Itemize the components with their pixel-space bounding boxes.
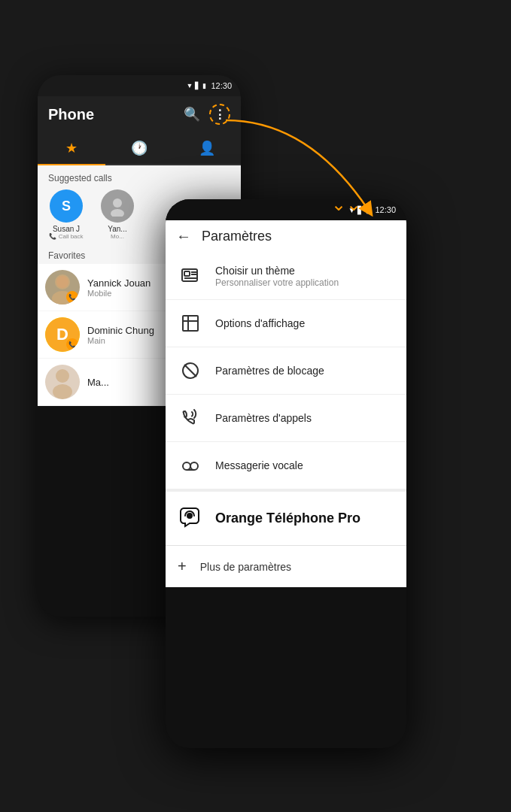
susan-name: Susan J — [53, 225, 80, 233]
display-title: Options d'affichage — [215, 317, 305, 329]
svg-point-20 — [187, 513, 193, 519]
setting-blocking[interactable]: Paramètres de blocage — [166, 347, 406, 395]
setting-orange-pro[interactable]: Orange Téléphone Pro — [166, 490, 406, 545]
svg-rect-8 — [184, 271, 190, 276]
blocking-title: Paramètres de blocage — [215, 365, 324, 377]
status-bar-bg: ▼ ▋ ▮ 12:30 — [38, 75, 241, 96]
app-title-bg: Phone — [48, 106, 94, 123]
back-button[interactable]: ← — [176, 228, 191, 245]
setting-calls[interactable]: Paramètres d'appels — [166, 395, 406, 442]
yan-name: Yan... — [108, 225, 126, 233]
calls-icon — [178, 405, 203, 431]
setting-theme[interactable]: Choisir un thème Personnaliser votre app… — [166, 253, 406, 300]
theme-icon — [178, 263, 203, 289]
blocking-icon — [178, 358, 203, 383]
bars-icon-bg: ▋ — [195, 82, 200, 89]
signal-icon-bg: ▼ — [187, 82, 193, 89]
display-text: Options d'affichage — [215, 317, 305, 329]
tab-recent-bg[interactable]: 🕐 — [105, 132, 173, 164]
setting-voicemail[interactable]: Messagerie vocale — [166, 442, 406, 490]
app-bar-bg: Phone 🔍 ⋮ — [38, 96, 241, 132]
calls-title: Paramètres d'appels — [215, 412, 312, 424]
suggested-contact-susan[interactable]: S Susan J 📞 Call back — [44, 189, 89, 240]
theme-text: Choisir un thème Personnaliser votre app… — [215, 265, 339, 288]
display-icon — [178, 311, 203, 336]
plus-icon: + — [178, 558, 187, 575]
svg-point-5 — [56, 369, 69, 383]
svg-point-4 — [56, 276, 68, 288]
avatar-yan — [101, 189, 134, 223]
phone-foreground: ▼ ▋ ▮ 12:30 ← Paramètres Choisir un th — [166, 199, 406, 748]
svg-point-6 — [53, 384, 72, 399]
yan-sub: Mo... — [111, 233, 124, 240]
arrow-annotation — [218, 113, 384, 233]
avatar-dominic: D 📞 — [45, 317, 80, 352]
svg-point-17 — [183, 462, 190, 470]
voicemail-title: Messagerie vocale — [215, 459, 303, 471]
blocking-text: Paramètres de blocage — [215, 365, 324, 377]
suggested-calls-header: Suggested calls — [38, 165, 241, 186]
battery-icon-bg: ▮ — [202, 82, 206, 89]
orange-pro-label: Orange Téléphone Pro — [215, 511, 360, 526]
voicemail-text: Messagerie vocale — [215, 459, 303, 471]
susan-sub: 📞 Call back — [49, 233, 83, 240]
suggested-contact-yan[interactable]: Yan... Mo... — [95, 189, 140, 240]
more-settings-label: Plus de paramètres — [200, 561, 291, 573]
orange-pro-icon — [178, 504, 202, 533]
theme-title: Choisir un thème — [215, 265, 339, 277]
voicemail-icon — [178, 453, 203, 478]
tabs-bg: ★ 🕐 👤 — [38, 132, 241, 165]
status-icons-bg: ▼ ▋ ▮ — [187, 82, 207, 89]
search-icon-bg[interactable]: 🔍 — [184, 106, 200, 123]
tab-favorites-bg[interactable]: ★ — [38, 132, 105, 165]
setting-more[interactable]: + Plus de paramètres — [166, 546, 406, 587]
svg-line-16 — [184, 365, 196, 377]
svg-rect-12 — [183, 316, 198, 331]
call-overlay-dominic: 📞 — [66, 338, 78, 350]
time-bg: 12:30 — [211, 81, 232, 90]
avatar-yannick: 📞 — [45, 270, 80, 304]
setting-display[interactable]: Options d'affichage — [166, 300, 406, 347]
svg-point-18 — [190, 462, 198, 470]
svg-point-0 — [113, 198, 122, 208]
avatar-third — [45, 365, 80, 399]
calls-text: Paramètres d'appels — [215, 412, 312, 424]
svg-point-1 — [111, 209, 124, 217]
theme-sub: Personnaliser votre application — [215, 277, 339, 288]
settings-list: Choisir un thème Personnaliser votre app… — [166, 253, 406, 587]
call-overlay-yannick: 📞 — [66, 291, 78, 303]
avatar-susan: S — [50, 189, 83, 223]
